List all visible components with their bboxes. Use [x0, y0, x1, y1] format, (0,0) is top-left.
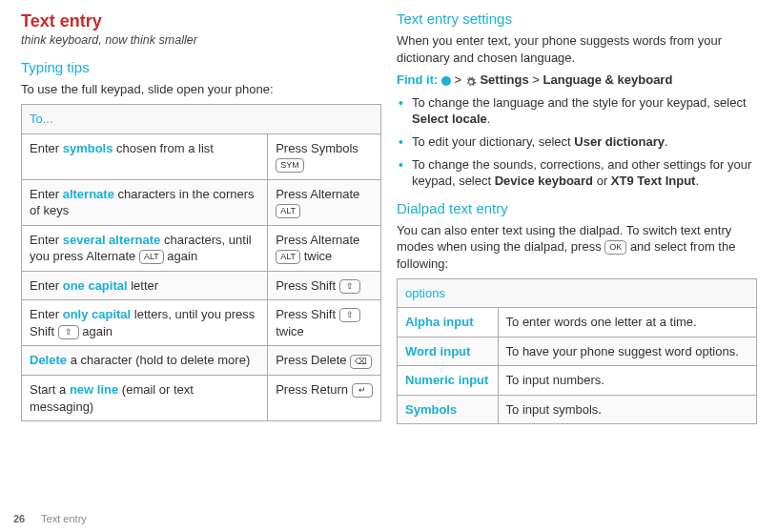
row-action: twice	[300, 249, 332, 263]
row-keyword: several alternate	[63, 233, 161, 247]
option-name: Symbols	[398, 395, 499, 424]
option-name: Numeric input	[398, 366, 499, 396]
row-action: Press Return	[276, 382, 351, 397]
section-typing-tips: Typing tips	[21, 58, 381, 77]
row-action: Press Alternate	[276, 187, 359, 201]
bullet-text: or	[593, 174, 611, 188]
shift-key-icon: ⇧	[58, 325, 79, 339]
typing-intro: To use the full keypad, slide open your …	[21, 81, 381, 98]
table-row: Enter only capital letters, until you pr…	[22, 300, 381, 346]
right-column: Text entry settings When you enter text,…	[389, 10, 765, 532]
left-column: Text entry think keyboard, now think sma…	[13, 10, 389, 532]
bullet-text: To change the language and the style for…	[412, 95, 747, 110]
section-text-entry-settings: Text entry settings	[397, 10, 757, 29]
row-keyword: new line	[70, 382, 118, 397]
row-keyword: alternate	[63, 187, 114, 201]
row-action: Press Delete	[276, 353, 350, 367]
gear-icon	[465, 75, 477, 87]
table-row: Start a new line (email or text messagin…	[22, 375, 381, 420]
bullet-bold: XT9 Text Input	[611, 174, 696, 188]
row-text: letter	[128, 278, 159, 293]
gt: >	[532, 72, 540, 87]
table-row: Alpha input To enter words one letter at…	[398, 308, 757, 338]
return-key-icon: ↵	[352, 383, 373, 398]
table-row: Symbols To input symbols.	[398, 395, 757, 424]
table-row: Enter several alternate characters, unti…	[22, 225, 381, 271]
row-text: a character (hold to delete more)	[67, 353, 250, 367]
row-text: again	[79, 324, 113, 338]
row-action: Press Shift	[276, 278, 338, 293]
row-text: Enter	[30, 233, 63, 247]
section-dialpad: Dialpad text entry	[397, 199, 757, 218]
table-row: Enter alternate characters in the corner…	[22, 179, 381, 225]
typing-table-header: To...	[22, 104, 381, 133]
bullet-bold: Select locale	[412, 112, 487, 126]
row-keyword: symbols	[63, 141, 113, 155]
sym-key-icon: SYM	[276, 158, 304, 173]
row-text: chosen from a list	[113, 141, 214, 155]
page-subtitle: think keyboard, now think smaller	[21, 32, 381, 49]
options-header: options	[398, 278, 757, 308]
row-action: twice	[276, 324, 304, 338]
bullet-bold: User dictionary	[574, 134, 665, 149]
table-row: Enter one capital letter Press Shift ⇧	[22, 271, 381, 300]
row-keyword: only capital	[63, 307, 132, 321]
alt-key-icon: ALT	[139, 250, 164, 264]
bullet-text: To edit your dictionary, select	[412, 134, 574, 149]
bullet-bold: Device keyboard	[495, 174, 593, 188]
page-title: Text entry	[21, 10, 381, 32]
row-text: again	[164, 249, 197, 263]
row-text: Enter	[30, 187, 63, 201]
settings-intro: When you enter text, your phone suggests…	[397, 32, 757, 66]
delete-key-icon: ⌫	[350, 355, 372, 369]
table-row: Numeric input To input numbers.	[398, 366, 757, 396]
option-desc: To input numbers.	[498, 366, 756, 396]
table-row: Word input To have your phone suggest wo…	[398, 337, 757, 366]
footer-section: Text entry	[41, 513, 87, 524]
option-name: Word input	[398, 337, 499, 366]
language-keyboard-label: Language & keyboard	[543, 72, 673, 87]
row-action: Press Symbols	[276, 141, 358, 155]
row-text: Enter	[30, 278, 63, 293]
settings-label: Settings	[480, 72, 528, 87]
option-desc: To enter words one letter at a time.	[498, 308, 756, 338]
row-text: Start a	[30, 382, 70, 397]
list-item: To change the language and the style for…	[397, 94, 757, 128]
find-it-path: Find it: > Settings > Language & keyboar…	[397, 72, 757, 89]
home-icon	[441, 76, 451, 86]
table-row: Delete a character (hold to delete more)…	[22, 346, 381, 376]
table-row: Enter symbols chosen from a list Press S…	[22, 133, 381, 179]
page-number: 26	[13, 513, 25, 524]
row-action: Press Alternate	[276, 233, 359, 247]
shift-key-icon: ⇧	[339, 279, 360, 294]
gt: >	[455, 72, 462, 87]
option-name: Alpha input	[398, 308, 499, 338]
shift-key-icon: ⇧	[339, 308, 360, 322]
row-keyword: Delete	[30, 353, 67, 367]
ok-key-icon: OK	[604, 240, 626, 255]
alt-key-icon: ALT	[276, 250, 300, 264]
row-action: Press Shift	[276, 307, 338, 321]
typing-table: To... Enter symbols chosen from a list P…	[21, 104, 381, 421]
page-footer: 26 Text entry	[13, 512, 87, 526]
alt-key-icon: ALT	[276, 204, 300, 218]
list-item: To edit your dictionary, select User dic…	[397, 133, 757, 151]
list-item: To change the sounds, corrections, and o…	[397, 156, 757, 190]
row-keyword: one capital	[63, 278, 128, 293]
options-table: options Alpha input To enter words one l…	[397, 278, 757, 425]
settings-bullets: To change the language and the style for…	[397, 94, 757, 190]
row-text: Enter	[30, 307, 63, 321]
option-desc: To have your phone suggest word options.	[498, 337, 756, 366]
dialpad-intro: You can also enter text using the dialpa…	[397, 222, 757, 273]
option-desc: To input symbols.	[498, 395, 756, 424]
find-it-label: Find it:	[397, 72, 438, 87]
row-text: Enter	[30, 141, 63, 155]
